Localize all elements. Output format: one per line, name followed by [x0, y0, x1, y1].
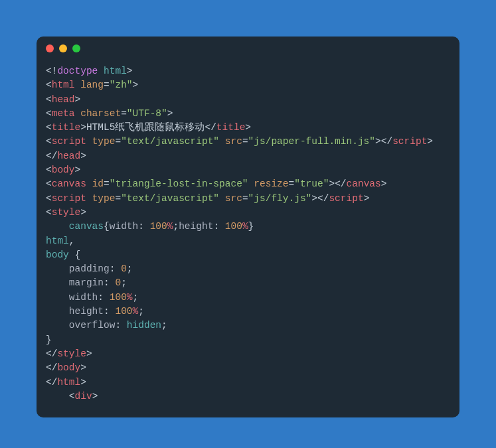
token-p: : [104, 306, 115, 317]
code-line: <html lang="zh"> [46, 78, 450, 92]
code-line: <canvas id="triangle-lost-in-space" resi… [46, 177, 450, 191]
code-line: canvas{width: 100%;height: 100%} [46, 220, 450, 234]
token-p: } [248, 221, 254, 232]
token-p [75, 80, 81, 90]
code-line: width: 100%; [46, 291, 450, 305]
token-nu: 100 [115, 306, 132, 317]
token-p: < [46, 122, 52, 133]
code-line: } [46, 333, 450, 347]
token-un: % [133, 306, 139, 317]
minimize-icon[interactable] [59, 44, 67, 52]
code-line: overflow: hidden; [46, 319, 450, 333]
token-p: </ [46, 362, 57, 373]
token-p: </ [46, 151, 57, 161]
token-p [86, 136, 92, 147]
token-p: ; [138, 306, 144, 317]
code-line: margin: 0; [46, 276, 450, 290]
token-p: < [46, 179, 52, 189]
token-p: > [75, 165, 81, 175]
token-p: </ [381, 136, 392, 147]
token-p [46, 306, 69, 317]
token-tg: head [57, 151, 80, 161]
token-st: "true" [294, 179, 329, 189]
token-sl: body [46, 250, 69, 260]
token-at: charset [80, 108, 121, 119]
token-p: <! [46, 66, 57, 76]
token-st: "zh" [110, 80, 133, 90]
code-line: </body> [46, 361, 450, 375]
token-tx: HTML5纸飞机跟随鼠标移动 [86, 122, 205, 133]
code-line: height: 100%; [46, 305, 450, 319]
token-p: > [86, 348, 92, 359]
token-p: > [133, 80, 139, 90]
token-p: > [80, 151, 86, 161]
token-tg: canvas [52, 179, 86, 189]
token-p: > [375, 136, 381, 147]
token-tg: script [329, 193, 363, 204]
code-line: <!doctype html> [46, 64, 450, 78]
token-un: % [127, 292, 133, 303]
token-nu: 0 [121, 263, 127, 274]
token-un: % [242, 221, 248, 232]
token-pr: width [69, 292, 98, 303]
token-p: </ [317, 193, 329, 204]
token-pr: height [179, 221, 213, 232]
token-p: = [242, 136, 248, 147]
token-st: "js/fly.js" [248, 193, 312, 204]
token-p: < [46, 165, 52, 175]
token-p: > [92, 391, 98, 402]
window-titlebar [37, 37, 459, 60]
token-p: < [46, 108, 52, 119]
token-pr: margin [69, 277, 104, 288]
token-st: "js/paper-full.min.js" [248, 136, 375, 147]
token-at: type [92, 136, 116, 147]
token-p [248, 179, 254, 189]
close-icon[interactable] [46, 44, 54, 52]
token-kw: doctype [57, 66, 98, 76]
code-line: <script type="text/javascript" src="js/p… [46, 135, 450, 149]
token-p [46, 277, 69, 288]
token-p: > [311, 193, 317, 204]
zoom-icon[interactable] [72, 44, 80, 52]
token-p: = [242, 193, 248, 204]
token-tg: script [52, 136, 86, 147]
token-p: > [167, 108, 173, 119]
token-nu: 100 [110, 292, 127, 303]
token-p: : [115, 320, 126, 331]
token-p: = [104, 80, 110, 90]
token-pr: overflow [69, 320, 116, 331]
token-at: id [92, 179, 104, 189]
code-block: <!doctype html><html lang="zh"><head><me… [37, 60, 459, 413]
code-line: <style> [46, 206, 450, 220]
token-p: > [80, 207, 86, 218]
token-nu: 100 [150, 221, 167, 232]
token-tg: body [52, 165, 75, 175]
code-line: </html> [46, 376, 450, 390]
token-tg: title [52, 122, 81, 133]
token-tg: meta [52, 108, 75, 119]
token-p [86, 193, 92, 204]
code-line: </style> [46, 347, 450, 361]
token-st: "UTF-8" [127, 108, 167, 119]
code-line: <script type="text/javascript" src="js/f… [46, 192, 450, 206]
token-p: > [80, 377, 86, 388]
token-p: ; [161, 320, 167, 331]
token-p: </ [46, 348, 57, 359]
token-st: "triangle-lost-in-space" [110, 179, 248, 189]
token-p: = [289, 179, 295, 189]
code-line: </head> [46, 149, 450, 163]
token-tg: head [52, 94, 75, 105]
token-p: </ [46, 377, 57, 388]
code-line: <div> [46, 390, 450, 404]
token-tg: div [75, 391, 92, 402]
token-pr: width [110, 221, 139, 232]
token-tg: title [216, 122, 246, 133]
token-p: : [98, 292, 109, 303]
token-pr: height [69, 306, 104, 317]
token-tg: style [52, 207, 81, 218]
token-p: > [245, 122, 251, 133]
token-p: : [213, 221, 224, 232]
code-line: html, [46, 234, 450, 248]
token-p: > [127, 66, 133, 76]
token-p: = [121, 108, 127, 119]
